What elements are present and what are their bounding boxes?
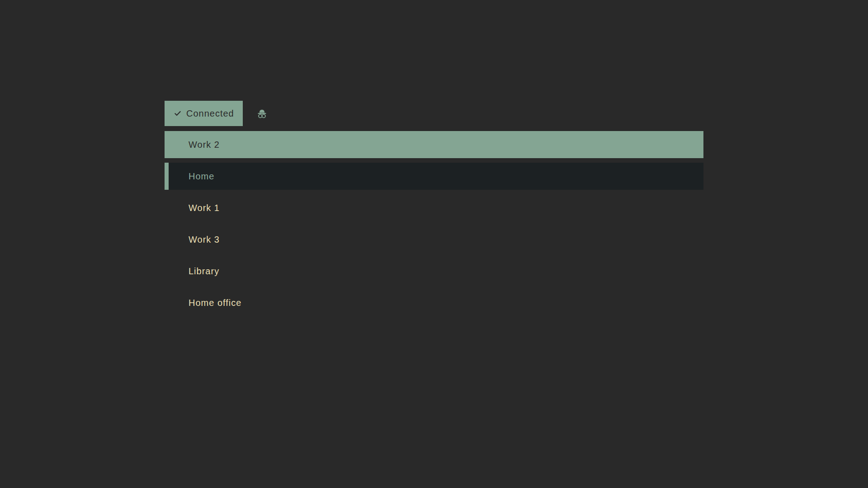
network-selector-menu: Connected Work 2 Home Work 1 Work 3 Libr… <box>165 101 703 321</box>
connected-status-button[interactable]: Connected <box>165 101 243 126</box>
active-indicator-bar <box>165 163 169 190</box>
menu-item-label: Library <box>189 266 219 277</box>
menu-item-label: Home office <box>189 298 241 308</box>
menu-item-home-office[interactable]: Home office <box>165 289 703 316</box>
network-list: Work 2 Home Work 1 Work 3 Library Home o… <box>165 131 703 316</box>
connected-status-label: Connected <box>186 108 234 119</box>
menu-item-library[interactable]: Library <box>165 258 703 285</box>
menu-item-work-2[interactable]: Work 2 <box>165 131 703 158</box>
menu-item-label: Work 1 <box>189 203 220 213</box>
menu-item-label: Work 3 <box>189 235 220 245</box>
menu-item-label: Work 2 <box>189 140 220 150</box>
menu-item-work-1[interactable]: Work 1 <box>165 194 703 221</box>
status-bar: Connected <box>165 101 703 126</box>
menu-item-label: Home <box>189 171 214 182</box>
incognito-icon <box>256 108 268 119</box>
checkmark-icon <box>174 110 181 117</box>
desktop-background: { "colors": { "background": "#292929", "… <box>0 0 868 488</box>
menu-item-home[interactable]: Home <box>165 163 703 190</box>
menu-item-work-3[interactable]: Work 3 <box>165 226 703 253</box>
